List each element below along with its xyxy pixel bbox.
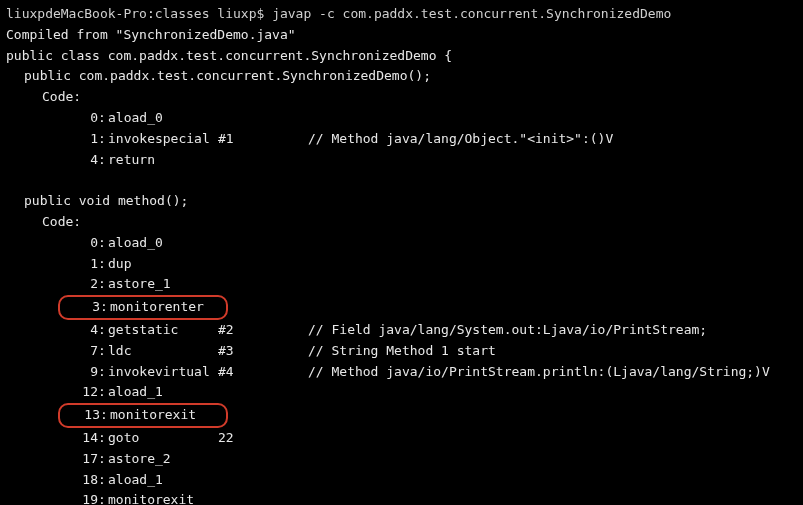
instruction-offset: 4 bbox=[60, 320, 98, 341]
command-text: javap -c com.paddx.test.concurrent.Synch… bbox=[272, 6, 671, 21]
instruction-offset: 3 bbox=[62, 297, 100, 318]
instruction-opcode: aload_1 bbox=[108, 470, 218, 491]
instruction-opcode: monitorexit bbox=[110, 405, 220, 426]
instruction-comment: // Method java/io/PrintStream.println:(L… bbox=[308, 362, 770, 383]
instruction-arg: #2 bbox=[218, 320, 308, 341]
instruction-arg bbox=[218, 254, 308, 275]
instruction-arg bbox=[228, 295, 318, 320]
code-label: Code: bbox=[6, 212, 797, 233]
instruction-offset: 13 bbox=[62, 405, 100, 426]
bytecode-instruction: 19: monitorexit bbox=[6, 490, 797, 505]
constructor-signature: public com.paddx.test.concurrent.Synchro… bbox=[6, 66, 797, 87]
instruction-arg bbox=[218, 490, 308, 505]
instruction-offset: 0 bbox=[60, 108, 98, 129]
method-signature: public void method(); bbox=[6, 191, 797, 212]
instruction-opcode: aload_1 bbox=[108, 382, 218, 403]
instruction-arg bbox=[218, 108, 308, 129]
instruction-opcode: monitorenter bbox=[110, 297, 220, 318]
bytecode-instruction: 9: invokevirtual#4// Method java/io/Prin… bbox=[6, 362, 797, 383]
instruction-arg bbox=[218, 449, 308, 470]
bytecode-instruction: 13: monitorexit bbox=[6, 403, 797, 428]
bytecode-instruction: 1: invokespecial#1// Method java/lang/Ob… bbox=[6, 129, 797, 150]
instruction-opcode: goto bbox=[108, 428, 218, 449]
bytecode-instruction: 2: astore_1 bbox=[6, 274, 797, 295]
instruction-opcode: astore_2 bbox=[108, 449, 218, 470]
instruction-arg: #4 bbox=[218, 362, 308, 383]
instruction-opcode: invokevirtual bbox=[108, 362, 218, 383]
prompt-path: classes bbox=[155, 6, 210, 21]
compiled-from-line: Compiled from "SynchronizedDemo.java" bbox=[6, 25, 797, 46]
instruction-offset: 9 bbox=[60, 362, 98, 383]
bytecode-instruction: 4: getstatic#2// Field java/lang/System.… bbox=[6, 320, 797, 341]
instruction-opcode: return bbox=[108, 150, 218, 171]
instruction-arg: #3 bbox=[218, 341, 308, 362]
instruction-arg: #1 bbox=[218, 129, 308, 150]
instruction-opcode: invokespecial bbox=[108, 129, 218, 150]
prompt-host: liuxpdeMacBook-Pro bbox=[6, 6, 147, 21]
bytecode-instruction: 14: goto22 bbox=[6, 428, 797, 449]
instruction-opcode: ldc bbox=[108, 341, 218, 362]
instruction-offset: 2 bbox=[60, 274, 98, 295]
instruction-opcode: dup bbox=[108, 254, 218, 275]
bytecode-instruction: 12: aload_1 bbox=[6, 382, 797, 403]
instruction-comment: // String Method 1 start bbox=[308, 341, 496, 362]
instruction-offset: 1 bbox=[60, 254, 98, 275]
instruction-arg bbox=[218, 274, 308, 295]
instruction-opcode: astore_1 bbox=[108, 274, 218, 295]
highlight-box: 13: monitorexit bbox=[58, 403, 228, 428]
instruction-offset: 1 bbox=[60, 129, 98, 150]
instruction-offset: 18 bbox=[60, 470, 98, 491]
bytecode-instruction: 1: dup bbox=[6, 254, 797, 275]
instruction-arg bbox=[218, 470, 308, 491]
instruction-arg bbox=[218, 150, 308, 171]
bytecode-instruction: 4: return bbox=[6, 150, 797, 171]
instruction-arg bbox=[228, 403, 318, 428]
bytecode-instruction: 18: aload_1 bbox=[6, 470, 797, 491]
class-declaration: public class com.paddx.test.concurrent.S… bbox=[6, 46, 797, 67]
instruction-offset: 19 bbox=[60, 490, 98, 505]
instruction-opcode: getstatic bbox=[108, 320, 218, 341]
bytecode-instruction: 3: monitorenter bbox=[6, 295, 797, 320]
instruction-offset: 7 bbox=[60, 341, 98, 362]
instruction-arg bbox=[218, 382, 308, 403]
instruction-offset: 14 bbox=[60, 428, 98, 449]
instruction-opcode: aload_0 bbox=[108, 233, 218, 254]
instruction-comment: // Field java/lang/System.out:Ljava/io/P… bbox=[308, 320, 707, 341]
terminal-prompt-line: liuxpdeMacBook-Pro:classes liuxp$ javap … bbox=[6, 4, 797, 25]
highlight-box: 3: monitorenter bbox=[58, 295, 228, 320]
instruction-comment: // Method java/lang/Object."<init>":()V bbox=[308, 129, 613, 150]
instruction-arg: 22 bbox=[218, 428, 308, 449]
instruction-opcode: aload_0 bbox=[108, 108, 218, 129]
instruction-arg bbox=[218, 233, 308, 254]
bytecode-instruction: 17: astore_2 bbox=[6, 449, 797, 470]
prompt-user: liuxp bbox=[217, 6, 256, 21]
instruction-opcode: monitorexit bbox=[108, 490, 218, 505]
code-label: Code: bbox=[6, 87, 797, 108]
instruction-offset: 17 bbox=[60, 449, 98, 470]
instruction-offset: 12 bbox=[60, 382, 98, 403]
instruction-offset: 0 bbox=[60, 233, 98, 254]
bytecode-instruction: 0: aload_0 bbox=[6, 108, 797, 129]
bytecode-instruction: 0: aload_0 bbox=[6, 233, 797, 254]
bytecode-instruction: 7: ldc#3// String Method 1 start bbox=[6, 341, 797, 362]
instruction-offset: 4 bbox=[60, 150, 98, 171]
